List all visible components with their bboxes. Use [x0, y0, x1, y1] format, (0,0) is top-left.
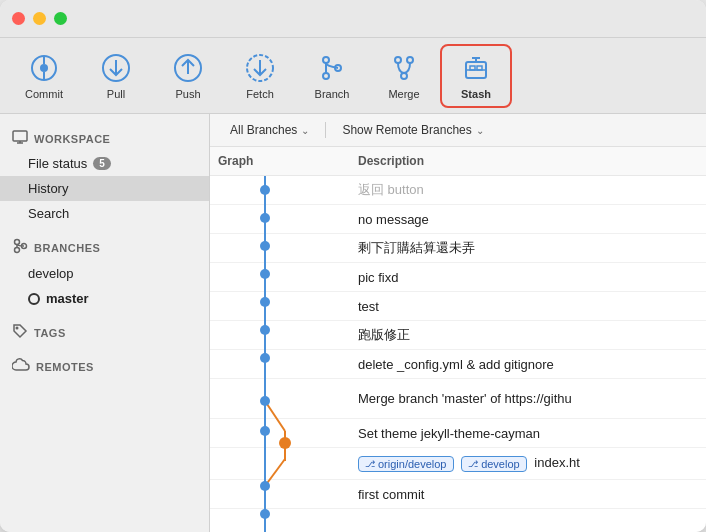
tag-branch-icon2: ⎇ — [468, 459, 478, 469]
commit-row[interactable]: delete _config.yml & add gitignore — [210, 350, 706, 379]
commit-graph-cell — [210, 321, 350, 349]
commit-graph-cell — [210, 480, 350, 508]
commit-row[interactable]: test — [210, 292, 706, 321]
commit-graph-cell — [210, 350, 350, 378]
all-branches-selector[interactable]: All Branches ⌄ — [222, 120, 317, 140]
commit-row[interactable]: first commit — [210, 480, 706, 509]
tags-section: TAGS — [0, 319, 209, 346]
commit-row[interactable]: pic fixd — [210, 263, 706, 292]
push-button[interactable]: Push — [152, 44, 224, 108]
workspace-header: WORKSPACE — [0, 126, 209, 151]
pull-label: Pull — [107, 88, 125, 100]
svg-point-49 — [260, 509, 270, 519]
tags-header[interactable]: TAGS — [0, 319, 209, 346]
push-icon — [172, 52, 204, 84]
commit-desc: pic fixd — [350, 266, 706, 289]
tags-label: TAGS — [34, 327, 66, 339]
merge-button[interactable]: Merge — [368, 44, 440, 108]
commit-desc: delete _config.yml & add gitignore — [350, 353, 706, 376]
close-button[interactable] — [12, 12, 25, 25]
branches-section: BRANCHES develop master — [0, 234, 209, 311]
tag-icon — [12, 323, 28, 342]
branch-label: Branch — [315, 88, 350, 100]
commit-row[interactable]: 剩下訂購結算還未弄 — [210, 234, 706, 263]
commit-row[interactable]: 返回 button — [210, 176, 706, 205]
sidebar-item-search[interactable]: Search — [0, 201, 209, 226]
svg-rect-23 — [13, 131, 27, 141]
stash-button[interactable]: Stash — [440, 44, 512, 108]
commit-row[interactable]: 跑版修正 — [210, 321, 706, 350]
fetch-button[interactable]: Fetch — [224, 44, 296, 108]
sidebar-item-file-status[interactable]: File status 5 — [0, 151, 209, 176]
svg-point-15 — [395, 57, 401, 63]
commit-list: Graph Description — [210, 147, 706, 532]
main-content: WORKSPACE File status 5 History Search — [0, 114, 706, 532]
file-status-badge: 5 — [93, 157, 111, 170]
commit-graph-cell — [210, 263, 350, 291]
commit-desc: 跑版修正 — [350, 322, 706, 348]
workspace-label: WORKSPACE — [34, 133, 110, 145]
sidebar-item-master[interactable]: master — [0, 286, 209, 311]
branches-label: BRANCHES — [34, 242, 100, 254]
monitor-icon — [12, 130, 28, 147]
commit-graph-cell — [210, 450, 350, 478]
develop-label: develop — [28, 266, 74, 281]
master-dot-icon — [28, 293, 40, 305]
svg-point-10 — [323, 57, 329, 63]
commit-graph-cell — [210, 292, 350, 320]
commit-row[interactable]: no message — [210, 205, 706, 234]
maximize-button[interactable] — [54, 12, 67, 25]
commit-row[interactable]: ⎇ origin/develop ⎇ develop index.ht — [210, 448, 706, 480]
branch-icon — [316, 52, 348, 84]
branches-header: BRANCHES — [0, 234, 209, 261]
commit-desc: 返回 button — [350, 177, 706, 203]
remote-branches-selector[interactable]: Show Remote Branches ⌄ — [334, 120, 491, 140]
minimize-button[interactable] — [33, 12, 46, 25]
toolbar: Commit Pull Push — [0, 38, 706, 114]
svg-point-27 — [15, 248, 20, 253]
stash-label: Stash — [461, 88, 491, 100]
branch-bar: All Branches ⌄ Show Remote Branches ⌄ — [210, 114, 706, 147]
svg-point-26 — [15, 240, 20, 245]
commit-graph-cell — [210, 385, 350, 413]
commit-icon — [28, 52, 60, 84]
pull-button[interactable]: Pull — [80, 44, 152, 108]
commit-row[interactable]: Merge branch 'master' of https://githu — [210, 379, 706, 419]
commit-desc: test — [350, 295, 706, 318]
commit-desc: first commit — [350, 483, 706, 506]
file-status-label: File status — [28, 156, 87, 171]
commit-row[interactable]: Set theme jekyll-theme-cayman — [210, 419, 706, 448]
branch-bar-separator — [325, 122, 326, 138]
pull-icon — [100, 52, 132, 84]
main-window: Commit Pull Push — [0, 0, 706, 532]
content-area: All Branches ⌄ Show Remote Branches ⌄ Gr… — [210, 114, 706, 532]
commit-rows-container: 返回 button no message 剩下訂購結算還 — [210, 176, 706, 532]
traffic-lights — [12, 12, 67, 25]
svg-point-3 — [40, 64, 48, 72]
graph-column-header: Graph — [210, 151, 350, 171]
svg-point-14 — [407, 57, 413, 63]
sidebar-item-history[interactable]: History — [0, 176, 209, 201]
commit-list-header: Graph Description — [210, 147, 706, 176]
merge-icon — [388, 52, 420, 84]
commit-graph-cell — [210, 176, 350, 204]
fetch-icon — [244, 52, 276, 84]
svg-point-11 — [323, 73, 329, 79]
remotes-section: REMOTES — [0, 354, 209, 379]
remotes-label: REMOTES — [36, 361, 94, 373]
titlebar — [0, 0, 706, 38]
workspace-section: WORKSPACE File status 5 History Search — [0, 126, 209, 226]
commit-desc: Merge branch 'master' of https://githu — [350, 387, 706, 410]
search-label: Search — [28, 206, 69, 221]
stash-icon — [460, 52, 492, 84]
remote-branches-label: Show Remote Branches — [342, 123, 471, 137]
branch-button[interactable]: Branch — [296, 44, 368, 108]
remotes-header[interactable]: REMOTES — [0, 354, 209, 379]
sidebar-item-develop[interactable]: develop — [0, 261, 209, 286]
commit-button[interactable]: Commit — [8, 44, 80, 108]
commit-graph-cell — [210, 234, 350, 262]
all-branches-label: All Branches — [230, 123, 297, 137]
cloud-icon — [12, 358, 30, 375]
commit-desc: ⎇ origin/develop ⎇ develop index.ht — [350, 451, 706, 476]
branches-chevron-icon: ⌄ — [301, 125, 309, 136]
